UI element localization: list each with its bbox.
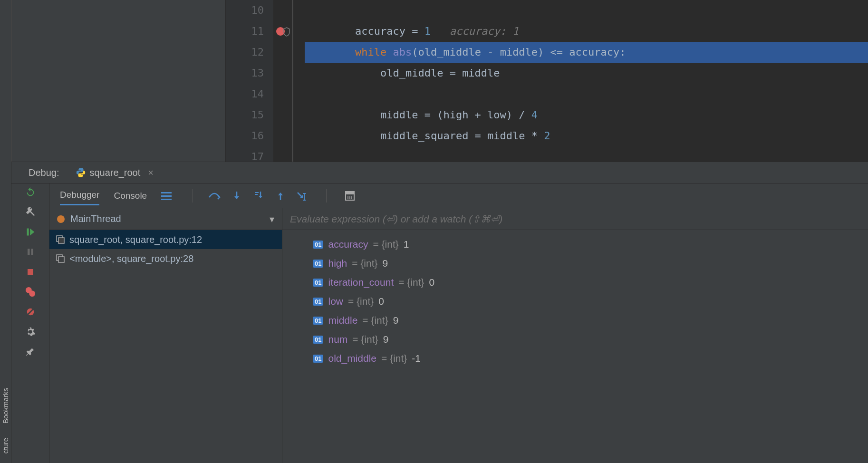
variables-panel: Evaluate expression (⏎) or add a watch (…: [282, 208, 868, 463]
mute-breakpoints-button[interactable]: [25, 306, 36, 318]
variable-name: high: [328, 258, 347, 269]
fold-gutter: [282, 0, 292, 162]
code-line[interactable]: accuracy = 1 accuracy: 1: [305, 21, 868, 42]
step-over-button[interactable]: [208, 191, 221, 201]
debug-main: Debugger Console: [49, 183, 868, 463]
view-breakpoints-button[interactable]: [25, 286, 36, 298]
variable-name: iteration_count: [328, 277, 394, 288]
evaluate-expression-button[interactable]: [345, 191, 355, 201]
pause-button[interactable]: [25, 246, 36, 258]
code-line[interactable]: [305, 0, 868, 21]
variable-type: = {int}: [348, 296, 374, 307]
pin-button[interactable]: [25, 346, 36, 357]
stack-frame[interactable]: <module>, square_root.py:28: [49, 249, 282, 268]
left-tool-strip: Bookmarks cture: [0, 0, 11, 463]
variable-row[interactable]: 01 old_middle = {int} -1: [301, 349, 868, 368]
thread-selector[interactable]: MainThread ▾: [49, 208, 282, 230]
frame-icon: [56, 254, 65, 263]
variable-row[interactable]: 01 low = {int} 0: [301, 292, 868, 311]
variable-row[interactable]: 01 iteration_count = {int} 0: [301, 273, 868, 292]
code-line[interactable]: middle = (high + low) / 4: [305, 105, 868, 125]
step-into-button[interactable]: [232, 191, 241, 201]
debug-body: Debugger Console: [11, 183, 868, 463]
evaluate-input[interactable]: Evaluate expression (⏎) or add a watch (…: [282, 208, 868, 230]
debug-run-tab[interactable]: square_root ×: [76, 167, 154, 178]
variable-value: 9: [382, 258, 388, 269]
variable-value: 1: [404, 239, 409, 250]
code-line[interactable]: while abs(old_middle - middle) <= accura…: [305, 42, 868, 63]
type-badge-icon: 01: [313, 355, 323, 363]
svg-rect-27: [58, 257, 64, 262]
python-icon: [76, 167, 86, 178]
svg-rect-10: [161, 199, 172, 200]
variable-type: = {int}: [398, 277, 424, 288]
structure-tool[interactable]: cture: [1, 438, 10, 453]
close-icon[interactable]: ×: [148, 167, 154, 178]
variable-type: = {int}: [352, 258, 377, 269]
variable-type: = {int}: [362, 315, 388, 326]
step-out-button[interactable]: [276, 191, 285, 201]
code-editor[interactable]: 1011121314151617 accuracy = 1 accuracy: …: [226, 0, 868, 162]
stack-frame[interactable]: square_root, square_root.py:12: [49, 230, 282, 249]
rerun-button[interactable]: [25, 186, 36, 198]
breakpoint-gutter[interactable]: [273, 0, 282, 162]
chevron-down-icon: ▾: [270, 213, 274, 225]
debug-toolbar: Debugger Console: [49, 183, 868, 208]
code-line[interactable]: [305, 84, 868, 105]
variable-type: = {int}: [373, 239, 399, 250]
debug-panels: MainThread ▾ square_root, square_root.py…: [49, 208, 868, 463]
code-line[interactable]: [305, 146, 868, 167]
tab-debugger[interactable]: Debugger: [60, 186, 99, 205]
svg-rect-1: [28, 249, 30, 255]
variable-value: -1: [412, 353, 421, 364]
svg-rect-2: [31, 249, 33, 255]
variable-name: accuracy: [328, 239, 368, 250]
type-badge-icon: 01: [313, 241, 323, 249]
variable-row[interactable]: 01 accuracy = {int} 1: [301, 235, 868, 254]
variable-type: = {int}: [352, 334, 378, 345]
thread-name: MainThread: [70, 213, 121, 224]
main-column: 1011121314151617 accuracy = 1 accuracy: …: [11, 0, 868, 463]
variable-name: old_middle: [328, 353, 376, 364]
type-badge-icon: 01: [313, 298, 323, 306]
stop-button[interactable]: [25, 266, 36, 278]
line-number: 14: [226, 84, 264, 105]
line-number: 11: [226, 21, 264, 42]
line-gutter: 1011121314151617: [226, 0, 273, 162]
svg-point-5: [29, 290, 35, 297]
bookmarks-tool[interactable]: Bookmarks: [1, 388, 10, 424]
tab-console[interactable]: Console: [114, 187, 147, 205]
threads-icon[interactable]: [161, 192, 172, 200]
line-number: 16: [226, 125, 264, 146]
variable-value: 0: [378, 296, 384, 307]
line-number: 15: [226, 105, 264, 125]
variable-row[interactable]: 01 middle = {int} 9: [301, 311, 868, 330]
variable-row[interactable]: 01 high = {int} 9: [301, 254, 868, 273]
variable-value: 9: [393, 315, 399, 326]
type-badge-icon: 01: [313, 260, 323, 268]
resume-button[interactable]: [25, 226, 36, 238]
debug-tab-label: square_root: [90, 167, 141, 178]
modify-options-button[interactable]: [25, 206, 36, 218]
code-line[interactable]: old_middle = middle: [305, 63, 868, 84]
frames-list: square_root, square_root.py:12<module>, …: [49, 230, 282, 268]
line-number: 10: [226, 0, 264, 21]
variable-name: low: [328, 296, 343, 307]
thread-status-icon: [57, 215, 65, 223]
variable-row[interactable]: 01 num = {int} 9: [301, 330, 868, 349]
shield-icon: [283, 27, 290, 37]
svg-rect-9: [161, 195, 172, 197]
settings-button[interactable]: [25, 326, 36, 338]
code-content[interactable]: accuracy = 1 accuracy: 1 while abs(old_m…: [292, 0, 868, 162]
run-to-cursor-button[interactable]: [297, 191, 308, 201]
debug-label: Debug:: [29, 167, 59, 178]
line-number: 13: [226, 63, 264, 84]
svg-rect-0: [27, 229, 29, 236]
debug-side-actions: [11, 183, 49, 463]
variables-list: 01 accuracy = {int} 101 high = {int} 901…: [282, 230, 868, 368]
step-into-my-code-button[interactable]: [253, 191, 264, 201]
frame-icon: [56, 235, 65, 244]
variable-type: = {int}: [381, 353, 407, 364]
svg-rect-8: [161, 192, 172, 193]
code-line[interactable]: middle_squared = middle * 2: [305, 125, 868, 146]
